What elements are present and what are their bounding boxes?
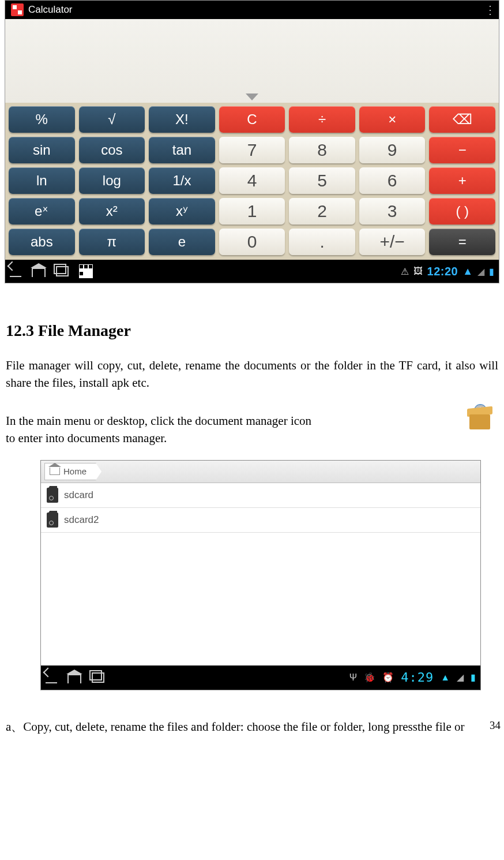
paragraph-3: a、Copy, cut, delete, rename the files an…	[6, 718, 498, 735]
key-minus[interactable]: −	[429, 137, 495, 163]
key-multiply[interactable]: ×	[359, 106, 426, 133]
overflow-menu-icon[interactable]: ⋮	[482, 4, 499, 16]
breadcrumb-label: Home	[63, 465, 86, 478]
wifi-icon: ▲	[441, 671, 450, 684]
fm-system-navbar: Ψ 🐞 ⏰ 4:29 ▲ ◢ ▮	[41, 665, 480, 690]
warning-icon: ⚠	[401, 266, 409, 277]
list-item[interactable]: sdcard	[41, 483, 480, 508]
calculator-app-icon	[11, 3, 24, 16]
key-abs[interactable]: abs	[9, 229, 75, 255]
key-parens[interactable]: ( )	[429, 198, 495, 225]
status-time: 4:29	[401, 668, 434, 687]
file-manager-icon	[466, 404, 494, 429]
list-item-label: sdcard	[64, 488, 93, 503]
paragraph-2a: In the main menu or desktop, click the d…	[6, 412, 311, 429]
sdcard-icon	[47, 513, 58, 528]
key-backspace[interactable]: ⌫	[429, 106, 495, 133]
key-1[interactable]: 1	[219, 198, 285, 225]
key-ln[interactable]: ln	[9, 167, 75, 194]
key-sign[interactable]: +/−	[359, 229, 426, 255]
signal-icon: ◢	[477, 266, 484, 277]
file-list: sdcard sdcard2	[41, 483, 480, 665]
alarm-icon: ⏰	[382, 671, 394, 684]
key-inverse[interactable]: 1/x	[149, 167, 215, 194]
key-percent[interactable]: %	[9, 106, 75, 133]
screenshot-icon[interactable]	[79, 264, 93, 278]
key-8[interactable]: 8	[289, 137, 355, 163]
calc-titlebar: Calculator ⋮	[5, 1, 499, 19]
paragraph-2b: to enter into documents manager.	[6, 429, 167, 447]
key-sqrt[interactable]: √	[79, 106, 145, 133]
key-square[interactable]: x²	[79, 198, 145, 225]
home-icon	[50, 468, 60, 475]
debug-icon: 🐞	[364, 671, 375, 684]
key-clear[interactable]: C	[219, 106, 285, 133]
key-sin[interactable]: sin	[9, 137, 75, 163]
key-5[interactable]: 5	[289, 167, 355, 194]
key-tan[interactable]: tan	[149, 137, 215, 163]
page-number: 34	[490, 719, 501, 732]
picture-icon: 🖼	[413, 266, 423, 276]
list-item-label: sdcard2	[64, 513, 99, 528]
key-4[interactable]: 4	[219, 167, 285, 194]
usb-icon: Ψ	[349, 671, 357, 684]
battery-icon: ▮	[471, 671, 476, 684]
home-icon[interactable]	[67, 674, 81, 683]
key-cos[interactable]: cos	[79, 137, 145, 163]
key-2[interactable]: 2	[289, 198, 355, 225]
breadcrumb-home[interactable]: Home	[44, 463, 96, 480]
section-heading: 12.3 File Manager	[6, 319, 498, 343]
key-divide[interactable]: ÷	[289, 106, 355, 133]
recent-apps-icon[interactable]	[92, 672, 104, 683]
key-factorial[interactable]: X!	[149, 106, 215, 133]
key-equals[interactable]: =	[429, 229, 495, 255]
status-time: 12:20	[427, 265, 458, 278]
key-9[interactable]: 9	[359, 137, 426, 163]
sdcard-icon	[47, 488, 58, 503]
file-manager-screenshot: Home sdcard sdcard2	[40, 460, 481, 690]
breadcrumb-bar: Home	[41, 461, 480, 483]
list-item[interactable]: sdcard2	[41, 508, 480, 533]
paragraph-2: In the main menu or desktop, click the d…	[6, 404, 498, 447]
key-exp[interactable]: eˣ	[9, 198, 75, 225]
key-power[interactable]: xʸ	[149, 198, 215, 225]
key-3[interactable]: 3	[359, 198, 426, 225]
back-icon[interactable]	[46, 672, 57, 683]
calculator-screenshot: Calculator ⋮ % √ X! C ÷ × ⌫ sin cos tan …	[5, 0, 499, 283]
key-e[interactable]: e	[149, 229, 215, 255]
key-6[interactable]: 6	[359, 167, 426, 194]
battery-icon: ▮	[489, 266, 494, 277]
calc-display	[5, 19, 499, 103]
calc-system-navbar: ⚠ 🖼 12:20 ▲ ◢ ▮	[5, 260, 499, 283]
calc-keypad: % √ X! C ÷ × ⌫ sin cos tan 7 8 9 − ln lo…	[5, 103, 499, 260]
key-pi[interactable]: π	[79, 229, 145, 255]
calc-title: Calculator	[28, 4, 482, 16]
paragraph-1: File manager will copy, cut, delete, ren…	[6, 357, 498, 392]
key-plus[interactable]: +	[429, 167, 495, 194]
wifi-icon: ▲	[462, 266, 473, 278]
key-7[interactable]: 7	[219, 137, 285, 163]
recent-apps-icon[interactable]	[56, 266, 69, 276]
home-icon[interactable]	[32, 268, 46, 277]
back-icon[interactable]	[10, 266, 21, 277]
key-log[interactable]: log	[79, 167, 145, 194]
key-dot[interactable]: .	[289, 229, 355, 255]
key-0[interactable]: 0	[219, 229, 285, 255]
signal-icon: ◢	[457, 671, 464, 684]
